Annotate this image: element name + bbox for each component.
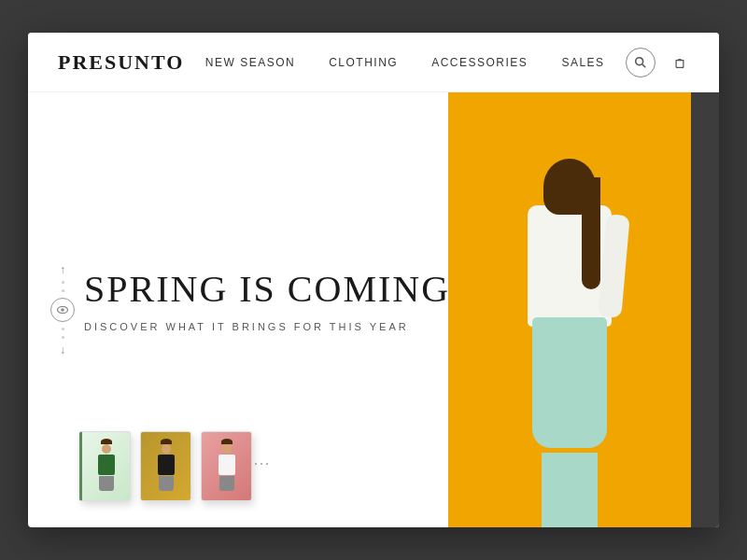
hero-text: SPRING IS COMING DISCOVER WHAT IT BRINGS… [84,269,450,332]
hero-subtitle: DISCOVER WHAT IT BRINGS FOR THIS YEAR [84,321,450,332]
svg-line-1 [642,63,646,67]
tf-body-1 [98,455,115,475]
tf-head-2 [162,444,171,454]
nav-item-accessories[interactable]: ACCESSORIES [431,56,528,69]
more-thumbnails-indicator: ··· [254,456,271,473]
nav-item-new-season[interactable]: NEW SEASON [205,56,295,69]
main-nav: NEW SEASON CLOTHING ACCESSORIES SALES [205,56,605,69]
browser-window: PRESUNTO NEW SEASON CLOTHING ACCESSORIES… [28,33,719,527]
scroll-down-arrow[interactable]: ↓ [60,344,65,356]
side-nav-dot-1 [62,281,64,284]
yellow-background [448,92,691,527]
tf-head-3 [222,444,232,454]
search-icon [634,56,647,69]
nav-item-clothing[interactable]: CLOTHING [329,56,398,69]
svg-point-3 [61,308,64,312]
model-figure [495,154,644,527]
thumbnail-gallery: ··· [79,431,252,501]
header: PRESUNTO NEW SEASON CLOTHING ACCESSORIES… [28,33,719,92]
thumbnail-3[interactable] [201,431,252,501]
thumbnail-2[interactable] [140,431,191,501]
thumbnail-1[interactable] [79,431,131,501]
brand-logo[interactable]: PRESUNTO [58,50,184,75]
hero-image-container [430,92,719,527]
model-skirt [532,317,607,448]
eye-button[interactable] [50,298,75,322]
side-nav-dot-2 [62,289,64,292]
side-nav: ↑ ↓ [50,264,75,356]
model-hair [543,159,596,215]
search-button[interactable] [626,48,655,77]
nav-icons [626,48,689,77]
tf-body-2 [158,455,175,475]
model-legs [542,453,598,527]
tf-legs-2 [159,476,174,491]
side-nav-dot-4 [62,336,64,339]
thumb-figure-2 [153,446,179,497]
side-nav-dot-3 [62,328,64,330]
tf-head-1 [102,444,111,454]
bag-button[interactable] [670,53,689,72]
hero-title: SPRING IS COMING [84,269,450,310]
scroll-up-arrow[interactable]: ↑ [60,264,65,275]
thumb-figure-1 [93,446,120,497]
svg-point-0 [636,57,643,64]
tf-legs-1 [99,476,114,491]
bag-icon [673,56,686,69]
tf-body-3 [218,455,235,475]
thumb-figure-3 [214,446,240,497]
main-content: ↑ ↓ SPRING IS COMING DISCOVER WHAT IT BR… [28,92,719,527]
nav-item-sales[interactable]: SALES [561,56,604,69]
eye-icon [57,306,68,314]
tf-legs-3 [219,476,234,491]
